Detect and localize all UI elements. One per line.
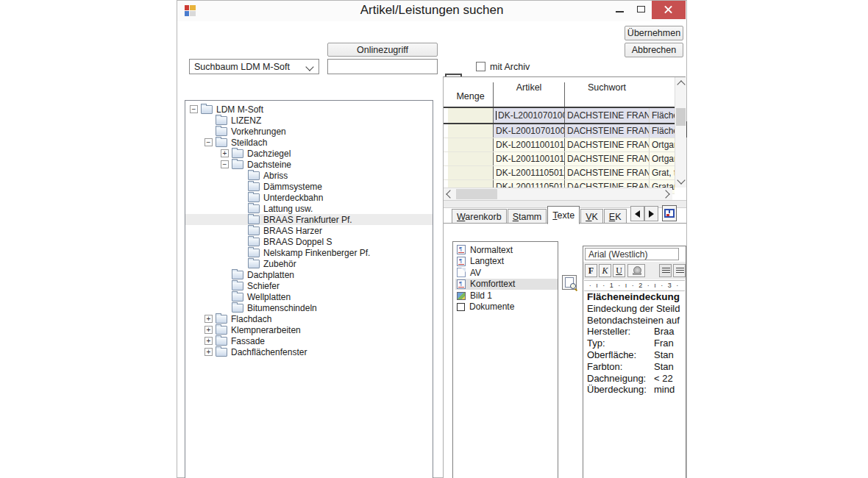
tab-scroll-left-button[interactable] bbox=[630, 206, 644, 221]
grid-view-icon bbox=[664, 209, 675, 218]
tree-item[interactable]: Fassade bbox=[185, 335, 433, 346]
tree-item[interactable]: Vorkehrungen bbox=[185, 126, 433, 137]
tree-item[interactable]: BRAAS Frankfurter Pf. bbox=[185, 214, 433, 225]
preview-button[interactable] bbox=[562, 275, 577, 290]
attribute-value: Stan bbox=[654, 349, 674, 360]
font-name-field[interactable]: Arial (Westlich) bbox=[585, 248, 679, 260]
search-tree-combo[interactable]: Suchbaum LDM M-Soft bbox=[189, 59, 319, 74]
expand-icon[interactable] bbox=[204, 337, 213, 345]
list-item[interactable]: Bild 1 bbox=[455, 290, 558, 302]
list-item-label: Bild 1 bbox=[470, 290, 492, 301]
expand-icon[interactable] bbox=[221, 149, 229, 157]
tab-scroll-right-button[interactable] bbox=[644, 206, 658, 221]
column-header-menge[interactable]: Menge bbox=[448, 91, 493, 101]
folder-icon bbox=[248, 260, 260, 268]
folder-icon bbox=[248, 182, 260, 191]
tree-item[interactable]: BRAAS Doppel S bbox=[185, 236, 433, 247]
tree-item[interactable]: Wellplatten bbox=[185, 291, 433, 302]
folder-icon bbox=[216, 127, 227, 136]
search-input[interactable] bbox=[327, 59, 438, 74]
tab[interactable]: Texte bbox=[547, 206, 580, 224]
tab[interactable]: Stamm bbox=[508, 209, 547, 224]
expand-icon[interactable] bbox=[204, 138, 213, 146]
tree-item[interactable]: Dachplatten bbox=[185, 269, 433, 280]
tree-item[interactable]: Nelskamp Finkenberger Pf. bbox=[185, 247, 433, 258]
table-row[interactable]: DK-L20011001011 DACHSTEINE FRANKF Ortgar bbox=[444, 152, 675, 166]
expand-icon[interactable] bbox=[190, 105, 198, 113]
attribute-value: mind bbox=[654, 384, 675, 395]
scrollbar-thumb[interactable] bbox=[456, 189, 497, 199]
tree-item[interactable]: Bitumenschindeln bbox=[185, 302, 433, 313]
tree-item-label: Abriss bbox=[263, 171, 288, 181]
apply-button[interactable]: Übernehmen bbox=[625, 26, 683, 40]
tree-item[interactable]: Lattung usw. bbox=[185, 203, 433, 214]
expand-icon[interactable] bbox=[204, 348, 213, 356]
tree-item[interactable]: Steildach bbox=[185, 137, 433, 148]
folder-icon bbox=[232, 304, 243, 313]
cell-artikel: DK-L20010701001 bbox=[493, 108, 564, 123]
list-item[interactable]: Normaltext bbox=[455, 244, 558, 256]
tab[interactable]: Warenkorb bbox=[452, 209, 507, 224]
list-item[interactable]: AV bbox=[455, 267, 558, 279]
chevron-up-icon[interactable] bbox=[677, 80, 685, 88]
align-left-button[interactable] bbox=[659, 264, 672, 277]
results-pane: Menge Artikel Suchwort DK-L20010701001 D… bbox=[443, 76, 686, 478]
chevron-left-icon[interactable] bbox=[446, 190, 454, 198]
table-row[interactable]: DK-L20011001011 DACHSTEINE FRANKF Ortgar bbox=[444, 138, 675, 152]
table-vertical-scrollbar[interactable] bbox=[675, 77, 686, 188]
table-row[interactable]: DK-L20011105011 DACHSTEINE FRANKF Grat, … bbox=[444, 166, 675, 180]
folder-icon bbox=[216, 348, 227, 357]
bold-button[interactable]: F bbox=[585, 264, 597, 277]
tree-item[interactable]: Flachdach bbox=[185, 313, 433, 324]
symbol-stamp-button[interactable] bbox=[627, 264, 645, 277]
tree-item[interactable]: Zubehör bbox=[185, 258, 433, 269]
expand-icon[interactable] bbox=[204, 326, 213, 334]
grid-view-button-2[interactable] bbox=[662, 205, 677, 221]
minimize-button[interactable] bbox=[609, 1, 630, 17]
archive-checkbox[interactable] bbox=[476, 62, 485, 71]
chevron-right-icon[interactable] bbox=[661, 190, 669, 198]
table-horizontal-scrollbar[interactable] bbox=[444, 188, 672, 200]
tree-item[interactable]: Abriss bbox=[185, 170, 433, 181]
detail-tabs: WarenkorbStammTexteVKEK bbox=[452, 205, 627, 224]
table-row[interactable]: DK-L20010701001 DACHSTEINE FRANKF Fläche bbox=[444, 124, 675, 138]
tree-item[interactable]: Dachflächenfenster bbox=[185, 346, 433, 357]
tab[interactable]: EK bbox=[604, 209, 627, 224]
tree-item[interactable]: Dachziegel bbox=[185, 148, 433, 159]
dialog-window: Artikel/Leistungen suchen Übernehmen Abb… bbox=[177, 0, 687, 478]
table-row[interactable]: DK-L20010701001 DACHSTEINE FRANKF Fläche bbox=[444, 107, 675, 124]
italic-button[interactable]: K bbox=[599, 264, 611, 277]
expand-icon[interactable] bbox=[221, 160, 229, 168]
cell-extra: Fläche bbox=[649, 108, 675, 123]
cell-artikel: DK-L20011001011 bbox=[493, 138, 564, 151]
tree-item[interactable]: BRAAS Harzer bbox=[185, 225, 433, 236]
tree-item-label: Fassade bbox=[231, 336, 265, 346]
tree-item[interactable]: Klempnerarbeiten bbox=[185, 324, 433, 335]
close-button[interactable] bbox=[652, 1, 686, 19]
text-kind-icon bbox=[457, 292, 466, 300]
text-preview-panel: Arial (Westlich) F K U · ı · 1 · ı · 2 ·… bbox=[583, 246, 686, 478]
tab[interactable]: VK bbox=[580, 209, 603, 224]
folder-icon bbox=[248, 226, 260, 235]
chevron-down-icon[interactable] bbox=[677, 176, 685, 184]
list-item[interactable]: Dokumente bbox=[455, 302, 558, 313]
align-center-button[interactable] bbox=[673, 264, 686, 277]
tree-item-label: Dachziegel bbox=[247, 149, 291, 159]
underline-button[interactable]: U bbox=[613, 264, 625, 277]
attribute-line: Dachneigung:< 22 bbox=[587, 373, 685, 385]
scrollbar-thumb[interactable] bbox=[676, 108, 686, 126]
text-kind-icon bbox=[457, 303, 465, 311]
tree-item[interactable]: LDM M-Soft bbox=[185, 104, 433, 115]
maximize-button[interactable] bbox=[630, 1, 652, 17]
tree-item[interactable]: Unterdeckbahn bbox=[185, 192, 433, 203]
list-item[interactable]: Langtext bbox=[455, 256, 558, 268]
online-access-button[interactable]: Onlinezugriff bbox=[327, 43, 438, 57]
attribute-value: Fran bbox=[654, 338, 674, 349]
tree-item[interactable]: Dachsteine bbox=[185, 159, 433, 170]
expand-icon[interactable] bbox=[204, 315, 213, 323]
tree-item[interactable]: Dämmsysteme bbox=[185, 181, 433, 192]
tree-item[interactable]: LIZENZ bbox=[185, 115, 433, 126]
list-item[interactable]: Komforttext bbox=[455, 279, 558, 290]
tree-item[interactable]: Schiefer bbox=[185, 280, 433, 291]
cancel-button[interactable]: Abbrechen bbox=[625, 43, 683, 57]
